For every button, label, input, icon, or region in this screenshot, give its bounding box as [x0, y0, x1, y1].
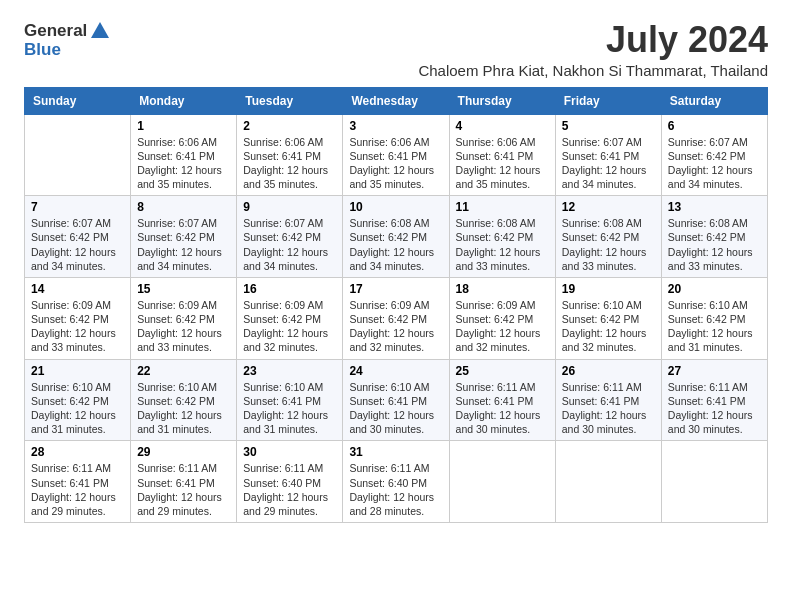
day-info: Sunrise: 6:09 AMSunset: 6:42 PMDaylight:…: [349, 299, 434, 354]
day-info: Sunrise: 6:09 AMSunset: 6:42 PMDaylight:…: [456, 299, 541, 354]
day-info: Sunrise: 6:10 AMSunset: 6:42 PMDaylight:…: [668, 299, 753, 354]
calendar-cell: 25 Sunrise: 6:11 AMSunset: 6:41 PMDaylig…: [449, 359, 555, 441]
calendar-week-5: 28 Sunrise: 6:11 AMSunset: 6:41 PMDaylig…: [25, 441, 768, 523]
calendar-cell: 12 Sunrise: 6:08 AMSunset: 6:42 PMDaylig…: [555, 196, 661, 278]
day-info: Sunrise: 6:11 AMSunset: 6:41 PMDaylight:…: [456, 381, 541, 436]
day-info: Sunrise: 6:06 AMSunset: 6:41 PMDaylight:…: [243, 136, 328, 191]
title-area: July 2024 Chaloem Phra Kiat, Nakhon Si T…: [418, 20, 768, 79]
calendar-cell: 15 Sunrise: 6:09 AMSunset: 6:42 PMDaylig…: [131, 277, 237, 359]
day-info: Sunrise: 6:07 AMSunset: 6:41 PMDaylight:…: [562, 136, 647, 191]
calendar-week-4: 21 Sunrise: 6:10 AMSunset: 6:42 PMDaylig…: [25, 359, 768, 441]
day-info: Sunrise: 6:09 AMSunset: 6:42 PMDaylight:…: [137, 299, 222, 354]
location-subtitle: Chaloem Phra Kiat, Nakhon Si Thammarat, …: [418, 62, 768, 79]
day-info: Sunrise: 6:07 AMSunset: 6:42 PMDaylight:…: [668, 136, 753, 191]
calendar-cell: 21 Sunrise: 6:10 AMSunset: 6:42 PMDaylig…: [25, 359, 131, 441]
month-year-title: July 2024: [418, 20, 768, 60]
calendar-cell: 14 Sunrise: 6:09 AMSunset: 6:42 PMDaylig…: [25, 277, 131, 359]
calendar-cell: 18 Sunrise: 6:09 AMSunset: 6:42 PMDaylig…: [449, 277, 555, 359]
calendar-cell: 13 Sunrise: 6:08 AMSunset: 6:42 PMDaylig…: [661, 196, 767, 278]
day-number: 2: [243, 119, 336, 133]
calendar-cell: 20 Sunrise: 6:10 AMSunset: 6:42 PMDaylig…: [661, 277, 767, 359]
calendar-cell: 29 Sunrise: 6:11 AMSunset: 6:41 PMDaylig…: [131, 441, 237, 523]
day-info: Sunrise: 6:08 AMSunset: 6:42 PMDaylight:…: [668, 217, 753, 272]
day-number: 12: [562, 200, 655, 214]
calendar-week-2: 7 Sunrise: 6:07 AMSunset: 6:42 PMDayligh…: [25, 196, 768, 278]
col-tuesday: Tuesday: [237, 87, 343, 114]
day-number: 20: [668, 282, 761, 296]
header-row: Sunday Monday Tuesday Wednesday Thursday…: [25, 87, 768, 114]
calendar-table: Sunday Monday Tuesday Wednesday Thursday…: [24, 87, 768, 523]
day-info: Sunrise: 6:06 AMSunset: 6:41 PMDaylight:…: [456, 136, 541, 191]
day-number: 29: [137, 445, 230, 459]
calendar-cell: 2 Sunrise: 6:06 AMSunset: 6:41 PMDayligh…: [237, 114, 343, 196]
day-info: Sunrise: 6:06 AMSunset: 6:41 PMDaylight:…: [349, 136, 434, 191]
day-number: 3: [349, 119, 442, 133]
day-info: Sunrise: 6:07 AMSunset: 6:42 PMDaylight:…: [243, 217, 328, 272]
calendar-cell: 1 Sunrise: 6:06 AMSunset: 6:41 PMDayligh…: [131, 114, 237, 196]
calendar-cell: [449, 441, 555, 523]
day-info: Sunrise: 6:09 AMSunset: 6:42 PMDaylight:…: [243, 299, 328, 354]
day-number: 27: [668, 364, 761, 378]
day-number: 31: [349, 445, 442, 459]
calendar-cell: 24 Sunrise: 6:10 AMSunset: 6:41 PMDaylig…: [343, 359, 449, 441]
col-thursday: Thursday: [449, 87, 555, 114]
calendar-cell: 22 Sunrise: 6:10 AMSunset: 6:42 PMDaylig…: [131, 359, 237, 441]
day-number: 19: [562, 282, 655, 296]
col-wednesday: Wednesday: [343, 87, 449, 114]
calendar-cell: 28 Sunrise: 6:11 AMSunset: 6:41 PMDaylig…: [25, 441, 131, 523]
day-info: Sunrise: 6:11 AMSunset: 6:41 PMDaylight:…: [562, 381, 647, 436]
day-info: Sunrise: 6:10 AMSunset: 6:42 PMDaylight:…: [31, 381, 116, 436]
logo: General Blue: [24, 20, 111, 60]
day-info: Sunrise: 6:11 AMSunset: 6:40 PMDaylight:…: [243, 462, 328, 517]
day-number: 23: [243, 364, 336, 378]
calendar-cell: 17 Sunrise: 6:09 AMSunset: 6:42 PMDaylig…: [343, 277, 449, 359]
calendar-cell: 6 Sunrise: 6:07 AMSunset: 6:42 PMDayligh…: [661, 114, 767, 196]
calendar-week-1: 1 Sunrise: 6:06 AMSunset: 6:41 PMDayligh…: [25, 114, 768, 196]
day-number: 5: [562, 119, 655, 133]
day-number: 13: [668, 200, 761, 214]
day-number: 25: [456, 364, 549, 378]
calendar-cell: 5 Sunrise: 6:07 AMSunset: 6:41 PMDayligh…: [555, 114, 661, 196]
calendar-cell: 11 Sunrise: 6:08 AMSunset: 6:42 PMDaylig…: [449, 196, 555, 278]
calendar-cell: 16 Sunrise: 6:09 AMSunset: 6:42 PMDaylig…: [237, 277, 343, 359]
calendar-cell: 3 Sunrise: 6:06 AMSunset: 6:41 PMDayligh…: [343, 114, 449, 196]
day-number: 18: [456, 282, 549, 296]
day-number: 28: [31, 445, 124, 459]
day-info: Sunrise: 6:10 AMSunset: 6:41 PMDaylight:…: [243, 381, 328, 436]
calendar-cell: [661, 441, 767, 523]
day-info: Sunrise: 6:11 AMSunset: 6:40 PMDaylight:…: [349, 462, 434, 517]
day-number: 17: [349, 282, 442, 296]
day-number: 11: [456, 200, 549, 214]
day-info: Sunrise: 6:10 AMSunset: 6:41 PMDaylight:…: [349, 381, 434, 436]
day-number: 24: [349, 364, 442, 378]
calendar-cell: 7 Sunrise: 6:07 AMSunset: 6:42 PMDayligh…: [25, 196, 131, 278]
day-info: Sunrise: 6:11 AMSunset: 6:41 PMDaylight:…: [668, 381, 753, 436]
day-number: 26: [562, 364, 655, 378]
svg-marker-0: [91, 22, 109, 38]
calendar-cell: [555, 441, 661, 523]
col-friday: Friday: [555, 87, 661, 114]
calendar-cell: [25, 114, 131, 196]
day-number: 8: [137, 200, 230, 214]
col-monday: Monday: [131, 87, 237, 114]
day-info: Sunrise: 6:11 AMSunset: 6:41 PMDaylight:…: [31, 462, 116, 517]
day-number: 30: [243, 445, 336, 459]
day-number: 16: [243, 282, 336, 296]
calendar-week-3: 14 Sunrise: 6:09 AMSunset: 6:42 PMDaylig…: [25, 277, 768, 359]
calendar-cell: 30 Sunrise: 6:11 AMSunset: 6:40 PMDaylig…: [237, 441, 343, 523]
calendar-cell: 31 Sunrise: 6:11 AMSunset: 6:40 PMDaylig…: [343, 441, 449, 523]
header: General Blue July 2024 Chaloem Phra Kiat…: [24, 20, 768, 79]
calendar-cell: 27 Sunrise: 6:11 AMSunset: 6:41 PMDaylig…: [661, 359, 767, 441]
calendar-cell: 8 Sunrise: 6:07 AMSunset: 6:42 PMDayligh…: [131, 196, 237, 278]
day-number: 9: [243, 200, 336, 214]
day-info: Sunrise: 6:09 AMSunset: 6:42 PMDaylight:…: [31, 299, 116, 354]
calendar-cell: 19 Sunrise: 6:10 AMSunset: 6:42 PMDaylig…: [555, 277, 661, 359]
day-info: Sunrise: 6:08 AMSunset: 6:42 PMDaylight:…: [562, 217, 647, 272]
calendar-cell: 9 Sunrise: 6:07 AMSunset: 6:42 PMDayligh…: [237, 196, 343, 278]
day-number: 1: [137, 119, 230, 133]
day-number: 7: [31, 200, 124, 214]
day-number: 15: [137, 282, 230, 296]
logo-general-text: General: [24, 21, 87, 41]
day-number: 21: [31, 364, 124, 378]
day-number: 4: [456, 119, 549, 133]
